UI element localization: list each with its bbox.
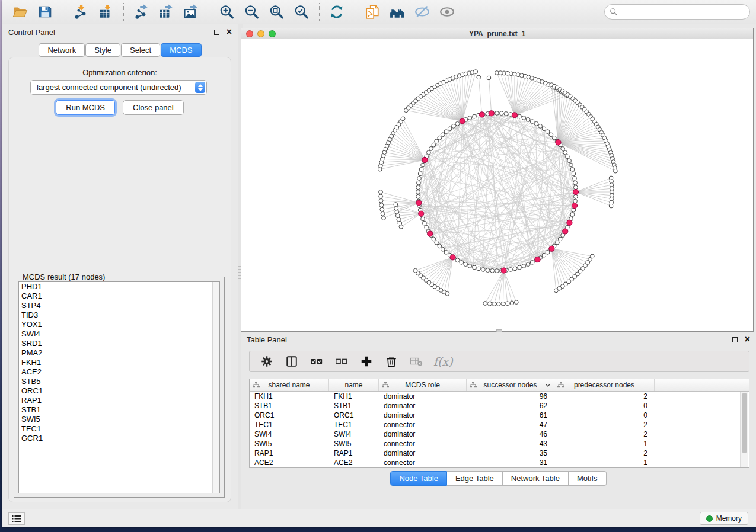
import-network-button[interactable] [71,2,91,21]
deselect-all-button[interactable] [334,354,349,369]
plus-icon [360,355,373,368]
cell-mcds_role: dominator [379,411,467,419]
mcds-result-item[interactable]: STB1 [19,405,219,415]
float-table-panel-button[interactable] [732,337,738,342]
export-network-button[interactable] [132,2,152,21]
cell-name: FKH1 [329,392,379,400]
tab-edge-table[interactable]: Edge Table [447,471,503,486]
open-session-button[interactable] [11,2,31,21]
node-table: shared namenameMCDS rolesuccessor nodesp… [249,379,749,468]
table-scrollbar-thumb[interactable] [742,393,747,453]
tab-network-table[interactable]: Network Table [503,471,569,486]
mcds-result-item[interactable]: PMA2 [19,348,219,358]
zoom-fit-button[interactable] [267,2,287,21]
run-mcds-button[interactable]: Run MCDS [56,100,115,115]
export-table-button[interactable] [157,2,177,21]
column-header-successor-nodes[interactable]: successor nodes [467,379,554,391]
tab-mcds[interactable]: MCDS [161,43,201,57]
node-table-body: FKH1FKH1dominator962STB1STB1dominator620… [250,392,749,468]
zoom-out-button[interactable] [242,2,262,21]
cell-name: RAP1 [329,449,379,457]
hide-selected-button[interactable] [413,2,433,21]
zoom-selected-button[interactable] [292,2,312,21]
tab-node-table[interactable]: Node Table [390,471,447,486]
mcds-result-item[interactable]: YOX1 [19,320,219,329]
function-builder-button[interactable]: f(x) [433,355,453,368]
cell-shared_name: ORC1 [250,411,329,419]
save-session-button[interactable] [36,2,56,21]
tab-network[interactable]: Network [39,43,85,57]
float-panel-button[interactable] [214,30,219,35]
cell-successor_nodes: 31 [467,459,554,467]
import-table-button[interactable] [96,2,116,21]
show-all-button[interactable] [438,2,458,21]
mcds-result-item[interactable]: SWI5 [19,415,219,424]
select-all-button[interactable] [309,354,324,369]
memory-button[interactable]: Memory [700,512,748,525]
table-row[interactable]: STB1STB1dominator620 [250,401,749,411]
duplicate-network-button[interactable] [363,2,383,21]
window-minimize-icon[interactable] [257,30,264,37]
mcds-result-item[interactable]: TEC1 [19,424,219,434]
select-stepper-icon [195,82,205,93]
close-mcds-panel-button[interactable]: Close panel [123,100,184,115]
zoom-in-button[interactable] [217,2,237,21]
mcds-result-item[interactable]: GCR1 [19,434,219,443]
export-image-button[interactable] [181,2,202,21]
window-close-icon[interactable] [246,30,253,37]
mcds-result-item[interactable]: RAP1 [19,396,219,405]
mcds-result-list[interactable]: PHD1CAR1STP4TID3YOX1SWI4SRD1PMA2FKH1ACE2… [18,281,220,493]
delete-table-icon [410,355,423,368]
close-panel-button[interactable]: × [227,28,232,36]
column-header-name[interactable]: name [329,379,379,391]
column-header-shared-name[interactable]: shared name [250,379,329,391]
cell-mcds_role: dominator [379,402,467,410]
table-row[interactable]: SWI5SWI5connector431 [250,439,749,448]
table-settings-button[interactable] [259,354,275,369]
control-panel-tabs: NetworkStyleSelectMCDS [2,43,238,57]
table-row[interactable]: YOX1YOX1connector291 [250,467,749,468]
table-row[interactable]: SWI4SWI4dominator462 [250,430,749,439]
refresh-layout-button[interactable] [327,2,347,21]
table-row[interactable]: TEC1TEC1connector472 [250,420,749,430]
cell-mcds_role: dominator [379,449,467,457]
delete-column-button[interactable] [384,354,399,369]
close-table-panel-button[interactable]: × [745,336,750,343]
delete-table-button[interactable] [409,354,424,369]
show-columns-button[interactable] [284,354,299,369]
mcds-result-item[interactable]: STP4 [19,301,219,310]
table-row[interactable]: ORC1ORC1dominator610 [250,411,749,420]
mcds-result-item[interactable]: SWI4 [19,329,219,339]
list-icon [12,515,21,523]
table-row[interactable]: RAP1RAP1dominator352 [250,448,749,458]
network-window-titlebar[interactable]: YPA_prune.txt_1 [241,28,753,40]
mcds-result-item[interactable]: SRD1 [19,339,219,348]
mcds-result-item[interactable]: FKH1 [19,358,219,367]
table-row[interactable]: FKH1FKH1dominator962 [250,392,749,401]
column-header-MCDS-role[interactable]: MCDS role [379,379,467,391]
first-neighbors-button[interactable] [388,2,408,21]
tree-icon [253,382,260,388]
search-input[interactable] [621,7,745,17]
window-zoom-icon[interactable] [269,30,276,37]
criterion-select[interactable]: largest connected component (undirected) [30,80,207,95]
search-icon [610,8,618,16]
mcds-result-item[interactable]: ORC1 [19,386,219,396]
table-scrollbar[interactable] [740,392,748,467]
tab-style[interactable]: Style [85,43,120,57]
mcds-result-item[interactable]: PHD1 [19,282,219,291]
mcds-result-item[interactable]: CAR1 [19,291,219,301]
mcds-result-item[interactable]: STB5 [19,377,219,386]
tab-select[interactable]: Select [121,43,160,57]
add-column-button[interactable] [359,354,374,369]
table-row[interactable]: ACE2ACE2connector311 [250,458,749,467]
zoom-fit-icon [269,4,284,20]
list-scrollbar[interactable] [212,282,219,493]
tab-motifs[interactable]: Motifs [569,471,607,486]
cell-mcds_role: dominator [379,392,467,400]
network-canvas[interactable] [241,39,753,331]
column-header-predecessor-nodes[interactable]: predecessor nodes [554,379,655,391]
task-history-button[interactable] [8,512,25,525]
mcds-result-item[interactable]: ACE2 [19,367,219,377]
mcds-result-item[interactable]: TID3 [19,310,219,320]
